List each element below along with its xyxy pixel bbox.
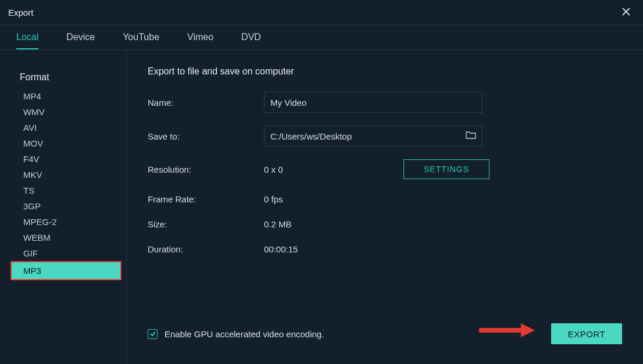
annotation-arrow (477, 322, 535, 341)
save-to-input[interactable] (270, 131, 476, 141)
format-item-3gp[interactable]: 3GP (0, 198, 126, 214)
close-icon[interactable] (619, 5, 634, 20)
size-label: Size: (148, 219, 264, 229)
format-item-mp3[interactable]: MP3 (10, 261, 122, 280)
format-item-f4v[interactable]: F4V (0, 151, 126, 167)
duration-value: 00:00:15 (264, 244, 403, 254)
resolution-label: Resolution: (148, 165, 264, 174)
name-label: Name: (148, 98, 264, 108)
format-item-avi[interactable]: AVI (0, 120, 126, 135)
format-item-ts[interactable]: TS (0, 183, 126, 198)
resolution-value: 0 x 0 (264, 165, 403, 174)
tab-youtube[interactable]: YouTube (123, 26, 159, 49)
format-item-mkv[interactable]: MKV (0, 167, 126, 183)
size-value: 0.2 MB (264, 219, 403, 229)
folder-icon[interactable] (466, 131, 476, 141)
duration-label: Duration: (148, 244, 264, 254)
format-item-webm[interactable]: WEBM (0, 230, 126, 245)
export-button[interactable]: EXPORT (551, 323, 622, 344)
tab-device[interactable]: Device (66, 26, 95, 49)
name-input-wrap[interactable] (264, 92, 483, 113)
settings-button[interactable]: SETTINGS (403, 159, 490, 179)
format-item-mp4[interactable]: MP4 (0, 88, 126, 104)
save-to-label: Save to: (148, 131, 264, 141)
frame-rate-label: Frame Rate: (148, 194, 264, 204)
tab-local[interactable]: Local (16, 26, 38, 49)
format-item-gif[interactable]: GIF (0, 245, 126, 261)
format-item-wmv[interactable]: WMV (0, 104, 126, 120)
format-sidebar: Format MP4 WMV AVI MOV F4V MKV TS 3GP MP… (0, 50, 127, 364)
tab-vimeo[interactable]: Vimeo (187, 26, 213, 49)
format-item-mpeg2[interactable]: MPEG-2 (0, 214, 126, 230)
frame-rate-value: 0 fps (264, 194, 403, 204)
name-input[interactable] (270, 98, 476, 108)
svg-marker-1 (521, 323, 535, 337)
format-heading: Format (0, 66, 126, 88)
window-title: Export (8, 8, 33, 17)
save-to-input-wrap[interactable] (264, 126, 483, 147)
gpu-checkbox[interactable] (148, 329, 158, 339)
format-item-mov[interactable]: MOV (0, 135, 126, 151)
tabs-bar: Local Device YouTube Vimeo DVD (0, 26, 643, 50)
main-panel: Export to file and save on computer Name… (127, 50, 643, 364)
tab-dvd[interactable]: DVD (241, 26, 261, 49)
section-title: Export to file and save on computer (148, 66, 622, 77)
gpu-checkbox-label: Enable GPU accelerated video encoding. (165, 329, 324, 339)
